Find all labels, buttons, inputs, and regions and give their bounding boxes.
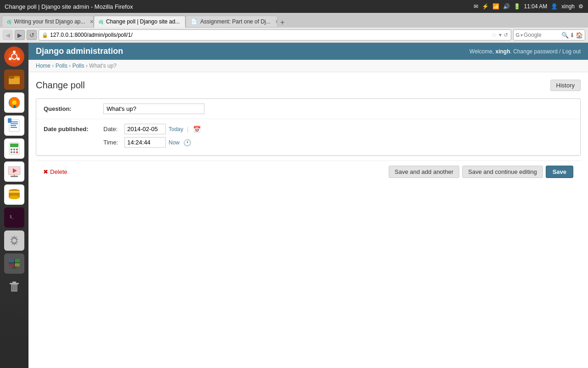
date-input[interactable] bbox=[124, 124, 166, 134]
svg-rect-17 bbox=[10, 144, 18, 147]
new-tab-button[interactable]: + bbox=[277, 17, 287, 28]
welcome-text: Welcome, bbox=[469, 48, 494, 55]
page-header: Change poll History bbox=[36, 80, 581, 91]
svg-point-36 bbox=[12, 239, 16, 242]
home-icon[interactable]: 🏠 bbox=[576, 32, 583, 39]
svg-rect-38 bbox=[9, 259, 14, 263]
volume-icon: 🔊 bbox=[503, 3, 510, 10]
action-buttons: Save and add another Save and continue e… bbox=[389, 166, 573, 178]
settings-icon[interactable] bbox=[4, 230, 24, 251]
bookmark-icon[interactable]: ☆ bbox=[491, 31, 497, 39]
tab2-favicon: dj bbox=[99, 19, 103, 24]
tab1-close[interactable]: ✕ bbox=[90, 19, 94, 25]
calc-icon[interactable] bbox=[4, 138, 24, 159]
breadcrumb: Home › Polls › Polls › What's up? bbox=[28, 60, 588, 72]
calendar-icon[interactable]: 📅 bbox=[192, 126, 202, 133]
files-icon[interactable] bbox=[4, 69, 24, 90]
delete-icon: ✖ bbox=[43, 168, 48, 175]
firefox-icon[interactable] bbox=[4, 92, 24, 113]
now-link[interactable]: Now bbox=[169, 139, 180, 146]
screencast-icon[interactable] bbox=[4, 253, 24, 274]
wifi-icon: 📶 bbox=[492, 3, 499, 10]
username-display: xingh bbox=[496, 48, 510, 55]
save-add-another-button[interactable]: Save and add another bbox=[389, 166, 459, 178]
save-button[interactable]: Save bbox=[546, 166, 573, 178]
svg-rect-15 bbox=[8, 118, 11, 123]
delete-label: Delete bbox=[50, 168, 68, 175]
clock: 11:04 AM bbox=[524, 3, 548, 10]
svg-point-9 bbox=[12, 100, 17, 105]
tab-1[interactable]: dj Writing your first Django ap... ✕ bbox=[2, 16, 94, 28]
window-titlebar: Change poll | Django site admin - Mozill… bbox=[0, 0, 588, 13]
window-title: Change poll | Django site admin - Mozill… bbox=[5, 3, 474, 10]
svg-point-31 bbox=[9, 196, 20, 199]
main-content: Django administration Welcome, xingh. Ch… bbox=[28, 43, 588, 368]
svg-point-4 bbox=[9, 58, 11, 60]
writer-icon[interactable] bbox=[4, 115, 24, 136]
svg-rect-19 bbox=[13, 149, 15, 150]
date-published-row: Date published: Date: Today | 📅 bbox=[36, 119, 580, 155]
main-layout: $_ Django administration Welcome, xingh.… bbox=[0, 43, 588, 368]
user-icon: 👤 bbox=[551, 3, 558, 10]
back-button[interactable]: ◀ bbox=[3, 30, 13, 40]
tab1-label: Writing your first Django ap... bbox=[14, 18, 85, 25]
svg-rect-13 bbox=[11, 125, 16, 126]
tab-3[interactable]: 📄 Assignment: Part one of Dj... ✕ bbox=[186, 16, 277, 28]
clock-icon[interactable]: 🕐 bbox=[182, 139, 192, 146]
forward-button[interactable]: ▶ bbox=[15, 30, 25, 40]
breadcrumb-polls-model[interactable]: Polls bbox=[72, 63, 84, 69]
search-input[interactable] bbox=[524, 32, 560, 38]
date-published-label: Date published: bbox=[44, 124, 103, 132]
time-input[interactable] bbox=[124, 137, 166, 148]
question-input[interactable] bbox=[103, 104, 204, 114]
system-tray: ✉ ⚡ 📶 🔊 🔋 11:04 AM 👤 xingh ⚙ bbox=[474, 3, 583, 10]
date-time-fields: Date: Today | 📅 Time: Now bbox=[103, 124, 573, 150]
svg-rect-12 bbox=[11, 123, 18, 124]
power-icon: ⚙ bbox=[578, 3, 583, 10]
terminal-icon[interactable]: $_ bbox=[4, 207, 24, 228]
logout-link[interactable]: Log out bbox=[562, 48, 581, 55]
address-input[interactable] bbox=[50, 32, 489, 38]
reload-small-icon[interactable]: ↺ bbox=[503, 32, 508, 38]
delete-link[interactable]: ✖ Delete bbox=[43, 168, 68, 175]
breadcrumb-home[interactable]: Home bbox=[36, 63, 51, 69]
ubuntu-icon[interactable] bbox=[4, 46, 24, 67]
svg-point-3 bbox=[17, 58, 20, 60]
download-icon[interactable]: ⬇ bbox=[570, 32, 575, 39]
search-go-icon[interactable]: 🔍 bbox=[561, 32, 569, 39]
trash-icon[interactable] bbox=[4, 276, 24, 297]
svg-rect-43 bbox=[11, 268, 17, 269]
browser-chrome: dj Writing your first Django ap... ✕ dj … bbox=[0, 13, 588, 43]
svg-rect-18 bbox=[11, 149, 12, 150]
tab3-favicon: 📄 bbox=[191, 18, 198, 25]
search-engine-icon: G bbox=[515, 32, 520, 38]
impress-icon[interactable] bbox=[4, 161, 24, 182]
svg-rect-20 bbox=[16, 149, 18, 150]
today-link[interactable]: Today bbox=[169, 126, 183, 132]
dropdown-icon[interactable]: ▾ bbox=[499, 32, 502, 38]
question-row: Question: bbox=[36, 99, 580, 119]
breadcrumb-polls-app[interactable]: Polls bbox=[56, 63, 68, 69]
delete-section: ✖ Delete bbox=[43, 168, 68, 175]
bluetooth-icon: ⚡ bbox=[482, 3, 489, 10]
change-password-link[interactable]: Change password bbox=[513, 48, 558, 55]
svg-rect-14 bbox=[11, 127, 17, 128]
svg-rect-23 bbox=[16, 151, 18, 153]
question-label: Question: bbox=[44, 104, 103, 112]
search-dropdown-icon[interactable]: ▾ bbox=[520, 33, 523, 38]
save-continue-button[interactable]: Save and continue editing bbox=[462, 166, 543, 178]
date-row: Date: Today | 📅 bbox=[103, 124, 573, 134]
time-label: Time: bbox=[103, 139, 122, 146]
svg-rect-40 bbox=[9, 263, 14, 266]
action-bar: ✖ Delete Save and add another Save and c… bbox=[36, 161, 581, 183]
svg-rect-41 bbox=[15, 263, 20, 266]
svg-rect-46 bbox=[12, 282, 16, 283]
history-button[interactable]: History bbox=[550, 80, 581, 91]
battery-icon: 🔋 bbox=[514, 3, 520, 10]
tab-2[interactable]: dj Change poll | Django site ad... ✕ bbox=[94, 16, 186, 28]
base-icon[interactable] bbox=[4, 184, 24, 205]
svg-rect-42 bbox=[13, 266, 16, 268]
username: xingh bbox=[561, 3, 575, 10]
dock: $_ bbox=[0, 43, 28, 368]
reload-button[interactable]: ↺ bbox=[27, 30, 37, 40]
